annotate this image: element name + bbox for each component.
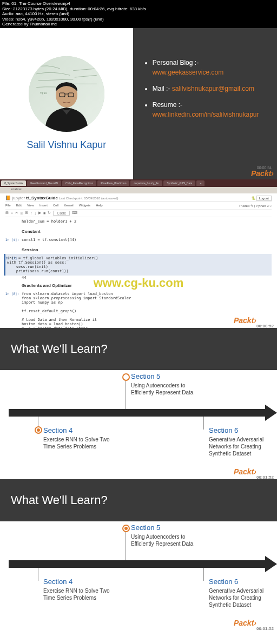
timeline-item-4: Section 4 Exercise RNN to Solve Two Time…: [43, 426, 119, 450]
link-resume: Resume :-www.linkedin.com/in/salilvishnu…: [153, 100, 267, 119]
menu-view[interactable]: View: [27, 204, 34, 207]
menu-edit[interactable]: Edit: [16, 204, 22, 207]
toolbar: ⊞ + ✂ ⎘ ⊞ ↑ ↓ ▶ ■ ↻ Code ⌨: [5, 209, 272, 217]
url-bar[interactable]: localhost: [0, 187, 277, 193]
restart-icon[interactable]: ↻: [48, 211, 51, 215]
arrow-head-icon: [265, 556, 277, 572]
timeline-arrow: [9, 409, 268, 417]
jupyter-logo: 📙 jupyter: [5, 196, 25, 200]
cell-type[interactable]: Code: [53, 211, 70, 216]
menu-help[interactable]: Help: [96, 204, 102, 207]
cut-icon[interactable]: ✂: [15, 211, 18, 215]
timeline-item-6: Section 6 Generative Adversarial Network…: [209, 578, 268, 608]
marker-line: [38, 568, 38, 581]
meta-size: Size: 21223173 bytes (20.24 MiB), durati…: [2, 6, 275, 12]
link-mail: Mail :- salilvishnukapur@gmail.com: [153, 84, 267, 93]
code-cell[interactable]: In [4]: const1 = tf.constant(44): [5, 236, 272, 244]
packt-logo: Packt›00:01:52: [234, 619, 274, 629]
menu-file[interactable]: File: [5, 204, 11, 207]
trusted: Trusted: [239, 204, 249, 207]
meta-file: File: 01- The Course Overview.mp4: [2, 1, 275, 6]
browser-tab[interactable]: tf_SyntaxGuide: [1, 180, 26, 186]
marker-line: [126, 377, 126, 409]
menu-widgets[interactable]: Widgets: [79, 204, 91, 207]
cell-output: 44: [22, 276, 272, 280]
timeline-arrow: [9, 560, 268, 568]
code-cell-active[interactable]: In [7]: init = tf.global_variables_initi…: [4, 254, 272, 276]
timeline-slide-b: What We'll Learn? Section 5 Using Autoen…: [0, 479, 277, 630]
author-name: Salil Vishnu Kapur: [27, 139, 106, 151]
menu-cell[interactable]: Cell: [53, 204, 58, 207]
marker-dot-active: [35, 426, 42, 434]
notebook-title[interactable]: tf_SyntaxGuide: [26, 196, 58, 200]
browser-tab[interactable]: FeedForward_NeuralN: [27, 180, 61, 186]
marker-line: [203, 568, 204, 581]
browser-tab[interactable]: CNN_FaceRecognition: [62, 180, 96, 186]
timeline-item-4: Section 4 Exercise RNN to Solve Two Time…: [43, 578, 119, 601]
browser-tab[interactable]: Synthetic_GPS_Data: [163, 180, 195, 186]
jupyter-screenshot: tf_SyntaxGuide FeedForward_NeuralN CNN_F…: [0, 179, 277, 328]
stop-icon[interactable]: ■: [43, 211, 45, 215]
meta-video: Video: h264, yuv420p, 1920x1080, 30.00 f…: [2, 17, 275, 22]
checkpoint: Last Checkpoint: 05/09/2018 (autosaved): [59, 197, 118, 200]
in-prompt: In [7]:: [5, 256, 19, 260]
md-heading: Constant: [22, 229, 272, 234]
up-icon[interactable]: ↑: [30, 211, 32, 215]
marker-line: [203, 417, 204, 430]
meta-gen: Generated by Thumbnail me: [2, 22, 275, 27]
menu-bar: File Edit View Insert Cell Kernel Widget…: [5, 204, 272, 207]
code-cell[interactable]: In [8]: from sklearn.datasets import loa…: [5, 290, 272, 328]
menu-insert[interactable]: Insert: [39, 204, 48, 207]
menu-kernel[interactable]: Kernel: [64, 204, 73, 207]
packt-logo: Packt›00:00:52: [234, 316, 274, 326]
arrow-head-icon: [265, 405, 277, 421]
window-tabs: tf_SyntaxGuide FeedForward_NeuralN CNN_F…: [0, 179, 277, 187]
down-icon[interactable]: ↓: [35, 211, 37, 215]
link-blog: Personal Blog :-www.geekasservice.com: [153, 58, 267, 77]
marker-line: [126, 528, 126, 560]
timeline-item-5: Section 5 Using Autoencoders to Efficien…: [131, 372, 207, 396]
save-icon[interactable]: ⊞: [5, 211, 9, 215]
marker-dot-active: [122, 525, 130, 532]
run-icon[interactable]: ▶: [38, 211, 41, 215]
slide-heading: What We'll Learn?: [0, 479, 277, 521]
marker-dot: [122, 373, 130, 381]
video-metadata-overlay: File: 01- The Course Overview.mp4 Size: …: [0, 0, 277, 28]
md-heading: Gradients and Optimizer: [22, 283, 272, 288]
in-prompt: In [4]:: [5, 238, 19, 242]
logout-button[interactable]: Logout: [256, 196, 272, 201]
meta-audio: Audio: aac, 44100 Hz, stereo (und): [2, 11, 275, 17]
author-links-panel: Personal Blog :-www.geekasservice.com Ma…: [133, 28, 277, 179]
timeline-item-5: Section 5 Using Autoencoders to Efficien…: [131, 524, 207, 547]
timeline-slide-a: What We'll Learn? Section 5 Using Autoen…: [0, 328, 277, 479]
browser-tab[interactable]: RiverFlow_Prediction: [97, 180, 129, 186]
kernel: Python 3: [256, 204, 269, 207]
author-panel: V(Ya Salil Vishnu Kapur: [0, 28, 133, 179]
browser-tab[interactable]: departure_hourly_Au: [130, 180, 162, 186]
avatar: V(Ya: [29, 56, 104, 132]
new-tab[interactable]: +: [196, 180, 205, 186]
md-heading: Session: [22, 247, 272, 252]
packt-logo: Packt›: [251, 169, 274, 178]
keyboard-icon[interactable]: ⌨: [72, 211, 77, 215]
add-icon[interactable]: +: [11, 211, 13, 215]
packt-logo: Packt›00:01:52: [234, 467, 274, 478]
slide-heading: What We'll Learn?: [0, 328, 277, 370]
paste-icon[interactable]: ⊞: [25, 211, 28, 215]
python-icon: 🐍: [252, 197, 255, 200]
timeline-item-6: Section 6 Generative Adversarial Network…: [209, 426, 268, 457]
copy-icon[interactable]: ⎘: [21, 211, 23, 215]
author-slide: V(Ya Salil Vishnu Kapur Personal Blog :-…: [0, 28, 277, 179]
code-cell[interactable]: holder_sum = holder1 + 2: [5, 217, 272, 226]
in-prompt: In [8]:: [5, 292, 19, 296]
